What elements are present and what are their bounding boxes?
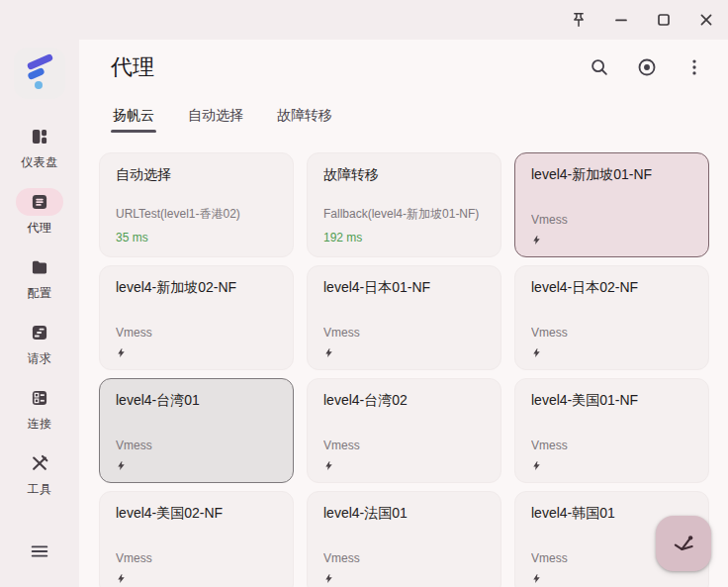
group-tabs: 扬帆云 自动选择 故障转移	[111, 95, 709, 137]
bolt-icon	[531, 458, 692, 472]
menu-icon	[29, 540, 50, 562]
more-options-button[interactable]	[682, 54, 707, 80]
proxy-card-japan01[interactable]: level4-日本01-NF Vmess	[307, 265, 501, 370]
protocol-label: Vmess	[323, 551, 485, 565]
page-title: 代理	[111, 52, 154, 82]
logo-dot	[35, 81, 43, 89]
window-titlebar	[0, 0, 728, 40]
maximize-icon	[654, 10, 674, 30]
tools-icon	[30, 453, 49, 473]
card-title: level4-美国02-NF	[116, 505, 277, 523]
requests-icon	[30, 323, 49, 342]
search-button[interactable]	[587, 54, 612, 80]
protocol-label: Vmess	[531, 326, 692, 340]
bolt-icon	[116, 571, 277, 585]
app-bar: 代理	[99, 40, 709, 95]
minimize-icon	[611, 10, 631, 30]
latency-value: 192 ms	[323, 231, 485, 245]
sidebar-item-connections[interactable]: 连接	[16, 384, 63, 433]
folder-icon	[30, 257, 49, 277]
sidebar-item-label: 请求	[28, 350, 52, 367]
latency-value: 35 ms	[116, 231, 277, 245]
card-title: level4-台湾01	[116, 392, 277, 410]
proxies-icon	[30, 192, 49, 212]
proxy-card-usa01[interactable]: level4-美国01-NF Vmess	[514, 378, 709, 483]
card-title: level4-新加坡02-NF	[116, 279, 277, 297]
proxy-card-fallback[interactable]: 故障转移 Fallback(level4-新加坡01-NF) 192 ms	[307, 152, 501, 257]
pin-window-button[interactable]	[567, 8, 591, 32]
bolt-icon	[531, 233, 692, 246]
proxy-grid: 自动选择 URLTest(level1-香港02) 35 ms 故障转移 Fal…	[99, 152, 709, 587]
sidebar-item-proxies[interactable]: 代理	[16, 188, 63, 237]
sidebar-item-label: 连接	[28, 416, 52, 433]
tab-fallback[interactable]: 故障转移	[275, 95, 334, 137]
sidebar-item-label: 代理	[28, 220, 52, 237]
protocol-label: Vmess	[531, 213, 692, 227]
card-subtitle: URLTest(level1-香港02)	[116, 206, 277, 223]
card-title: level4-法国01	[323, 505, 485, 523]
bolt-icon	[323, 458, 485, 472]
tab-auto-select[interactable]: 自动选择	[186, 95, 245, 137]
sidebar-item-label: 工具	[28, 481, 52, 498]
more-icon	[683, 56, 705, 78]
protocol-label: Vmess	[323, 439, 485, 452]
protocol-label: Vmess	[116, 326, 277, 340]
locate-current-proxy-button[interactable]	[634, 54, 660, 80]
search-icon	[589, 56, 610, 78]
card-title: level4-新加坡01-NF	[531, 166, 692, 184]
latency-test-fab[interactable]	[656, 516, 711, 571]
card-subtitle: Fallback(level4-新加坡01-NF)	[323, 206, 485, 223]
protocol-label: Vmess	[531, 439, 692, 452]
protocol-label: Vmess	[323, 326, 485, 340]
maximize-window-button[interactable]	[652, 8, 676, 32]
card-title: level4-美国01-NF	[531, 392, 692, 410]
sidebar-item-label: 仪表盘	[21, 154, 58, 171]
main-content: 代理	[79, 40, 728, 587]
tab-yangfanyun[interactable]: 扬帆云	[111, 95, 156, 137]
bolt-icon	[323, 571, 485, 585]
card-title: level4-台湾02	[323, 392, 485, 410]
card-title: level4-日本02-NF	[531, 279, 692, 297]
card-title: 自动选择	[116, 166, 277, 184]
proxy-card-usa02[interactable]: level4-美国02-NF Vmess	[99, 491, 294, 587]
dashboard-icon	[30, 127, 49, 147]
bolt-icon	[116, 458, 277, 472]
sidebar-item-profiles[interactable]: 配置	[16, 253, 63, 302]
proxy-card-singapore02[interactable]: level4-新加坡02-NF Vmess	[99, 265, 294, 370]
minimize-window-button[interactable]	[609, 8, 633, 32]
proxy-card-taiwan01[interactable]: level4-台湾01 Vmess	[99, 378, 294, 483]
close-icon	[696, 10, 716, 30]
sidebar-item-requests[interactable]: 请求	[16, 319, 63, 367]
bolt-icon	[531, 571, 692, 585]
proxy-card-taiwan02[interactable]: level4-台湾02 Vmess	[307, 378, 501, 483]
navigation-rail: 仪表盘 代理 配置	[0, 40, 79, 587]
card-title: level4-日本01-NF	[323, 279, 485, 297]
proxy-card-japan02[interactable]: level4-日本02-NF Vmess	[514, 265, 709, 370]
bolt-icon	[531, 345, 692, 359]
connections-icon	[30, 388, 49, 408]
rail-menu-button[interactable]	[24, 536, 55, 567]
close-window-button[interactable]	[694, 8, 718, 32]
protocol-label: Vmess	[116, 551, 277, 565]
protocol-label: Vmess	[116, 439, 277, 452]
bolt-icon	[116, 345, 277, 359]
proxy-card-singapore01[interactable]: level4-新加坡01-NF Vmess	[514, 152, 709, 257]
target-icon	[636, 56, 658, 78]
proxy-card-auto-select[interactable]: 自动选择 URLTest(level1-香港02) 35 ms	[99, 152, 294, 257]
pin-icon	[569, 10, 589, 30]
bolt-icon	[323, 345, 485, 359]
card-title: 故障转移	[323, 166, 485, 184]
network-check-icon	[671, 531, 696, 556]
sidebar-item-dashboard[interactable]: 仪表盘	[16, 123, 63, 171]
sidebar-item-label: 配置	[28, 285, 52, 302]
sidebar-item-tools[interactable]: 工具	[16, 449, 63, 498]
proxy-card-france01[interactable]: level4-法国01 Vmess	[307, 491, 501, 587]
app-logo	[14, 48, 65, 99]
